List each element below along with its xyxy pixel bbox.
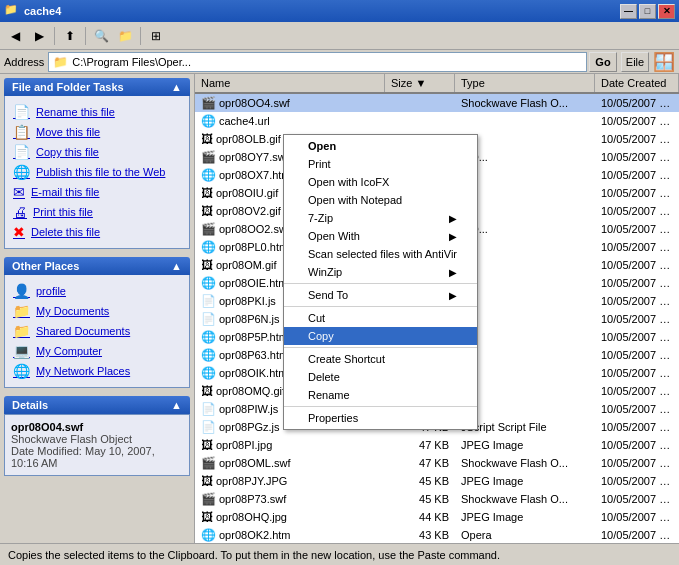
place-mydocs[interactable]: 📁 My Documents [9,301,185,321]
context-menu-separator [284,347,477,348]
file-name: opr08OMQ.gif [216,385,285,397]
file-row[interactable]: 🎬 opr08P73.swf 45 KB Shockwave Flash O..… [195,490,679,508]
file-date-cell: 10/05/2007 9:53 AM [595,186,679,200]
col-date-header[interactable]: Date Created [595,74,679,92]
file-row[interactable]: 🎬 opr08OML.swf 47 KB Shockwave Flash O..… [195,454,679,472]
context-menu-item-label: Open With [308,230,360,242]
col-name-header[interactable]: Name [195,74,385,92]
file-size-cell: 43 KB [385,528,455,542]
toolbar-separator-2 [85,27,86,45]
file-type-cell: Shockwave Flash O... [455,492,595,506]
context-menu-item-label: Delete [308,371,340,383]
back-button[interactable]: ◀ [4,25,26,47]
context-menu-separator [284,306,477,307]
context-menu-item[interactable]: WinZip▶ [284,263,477,281]
file-name-cell: 🖼 opr08PI.jpg [195,437,385,453]
file-name: opr08OV2.gif [216,205,281,217]
context-menu-item[interactable]: Scan selected files with AntiVir [284,245,477,263]
context-menu-item[interactable]: Delete [284,368,477,386]
file-date-cell: 10/05/2007 10:52 AM [595,150,679,164]
file-row[interactable]: 🎬 opr08OO4.swf Shockwave Flash O... 10/0… [195,94,679,112]
other-places-section: Other Places ▲ 👤 profile 📁 My Documents … [4,257,190,388]
file-name: opr08OLB.gif [216,133,281,145]
window-icon: 📁 [4,3,20,19]
file-row[interactable]: 🖼 opr08PJY.JPG 45 KB JPEG Image 10/05/20… [195,472,679,490]
context-menu-item[interactable]: Open with Notepad [284,191,477,209]
task-delete[interactable]: ✖ Delete this file [9,222,185,242]
search-button[interactable]: 🔍 [90,25,112,47]
place-mycomputer[interactable]: 💻 My Computer [9,341,185,361]
file-icon: 🎬 [201,492,216,506]
file-date-cell: 10/05/2007 10:49 AM [595,204,679,218]
other-places-header-label: Other Places [12,260,79,272]
context-menu-item-label: Open with IcoFX [308,176,389,188]
file-row[interactable]: 🖼 opr08OHQ.jpg 44 KB JPEG Image 10/05/20… [195,508,679,526]
other-places-collapse-icon: ▲ [171,260,182,272]
context-menu-item[interactable]: Print [284,155,477,173]
file-name: opr08PIW.js [219,403,278,415]
context-menu-item[interactable]: Cut [284,309,477,327]
minimize-button[interactable]: — [620,4,637,19]
details-date: Date Modified: May 10, 2007, 10:16 AM [11,445,183,469]
context-menu-item[interactable]: Create Shortcut [284,350,477,368]
file-name: opr08OIE.htm [219,277,287,289]
place-mynetwork[interactable]: 🌐 My Network Places [9,361,185,381]
task-rename[interactable]: 📄 Rename this file [9,102,185,122]
file-row[interactable]: 🌐 opr08OK2.htm 43 KB Opera 10/05/2007 9:… [195,526,679,543]
task-print[interactable]: 🖨 Print this file [9,202,185,222]
context-menu-item[interactable]: Rename [284,386,477,404]
task-move[interactable]: 📋 Move this file [9,122,185,142]
tasks-section: File and Folder Tasks ▲ 📄 Rename this fi… [4,78,190,249]
details-header[interactable]: Details ▲ [4,396,190,414]
context-menu-item[interactable]: Open [284,137,477,155]
folders-button[interactable]: 📁 [114,25,136,47]
place-profile-label: profile [36,285,66,297]
file-date-cell: 10/05/2007 11:46 AM [595,492,679,506]
place-shareddocs[interactable]: 📁 Shared Documents [9,321,185,341]
tasks-header-label: File and Folder Tasks [12,81,124,93]
details-collapse-icon: ▲ [171,399,182,411]
file-icon: 🌐 [201,168,216,182]
forward-button[interactable]: ▶ [28,25,50,47]
context-menu-separator [284,283,477,284]
context-menu-item[interactable]: Properties [284,409,477,427]
file-size-cell: 47 KB [385,456,455,470]
tasks-header[interactable]: File and Folder Tasks ▲ [4,78,190,96]
task-publish[interactable]: 🌐 Publish this file to the Web [9,162,185,182]
file-date-cell: 10/05/2007 9:51 AM [595,258,679,272]
context-menu-item[interactable]: Send To▶ [284,286,477,304]
file-row[interactable]: 🌐 cache4.url 10/05/2007 12:47 PM [195,112,679,130]
go-button[interactable]: Go [589,52,617,72]
address-folder-icon: 📁 [53,55,68,69]
file-name-cell: 🖼 opr08PJY.JPG [195,473,385,489]
context-menu-item-label: Open [308,140,336,152]
up-button[interactable]: ⬆ [59,25,81,47]
maximize-button[interactable]: □ [639,4,656,19]
winxp-logo: 🪟 [653,51,675,73]
file-row[interactable]: 🖼 opr08PI.jpg 47 KB JPEG Image 10/05/200… [195,436,679,454]
context-menu-item[interactable]: Open With▶ [284,227,477,245]
file-date-cell: 10/05/2007 11:43 AM [595,348,679,362]
task-email[interactable]: ✉ E-mail this file [9,182,185,202]
context-menu-item[interactable]: Copy [284,327,477,345]
place-profile[interactable]: 👤 profile [9,281,185,301]
file-icon: 🖼 [201,132,213,146]
main-layout: File and Folder Tasks ▲ 📄 Rename this fi… [0,74,679,543]
address-input[interactable]: 📁 C:\Program Files\Oper... [48,52,587,72]
col-type-header[interactable]: Type [455,74,595,92]
file-name: opr08OY7.swf [219,151,289,163]
context-menu-item[interactable]: Open with IcoFX [284,173,477,191]
close-button[interactable]: ✕ [658,4,675,19]
views-button[interactable]: ⊞ [145,25,167,47]
col-size-header[interactable]: Size ▼ [385,74,455,92]
file-name-cell: 🌐 opr08OK2.htm [195,527,385,543]
address-label: Address [4,56,44,68]
file-name: opr08P73.swf [219,493,286,505]
file-name: opr08P63.htm [219,349,288,361]
eile-button[interactable]: Eile [621,52,649,72]
task-copy[interactable]: 📄 Copy this file [9,142,185,162]
file-name: opr08PGz.js [219,421,280,433]
address-value: C:\Program Files\Oper... [72,56,191,68]
other-places-header[interactable]: Other Places ▲ [4,257,190,275]
context-menu-item[interactable]: 7-Zip▶ [284,209,477,227]
